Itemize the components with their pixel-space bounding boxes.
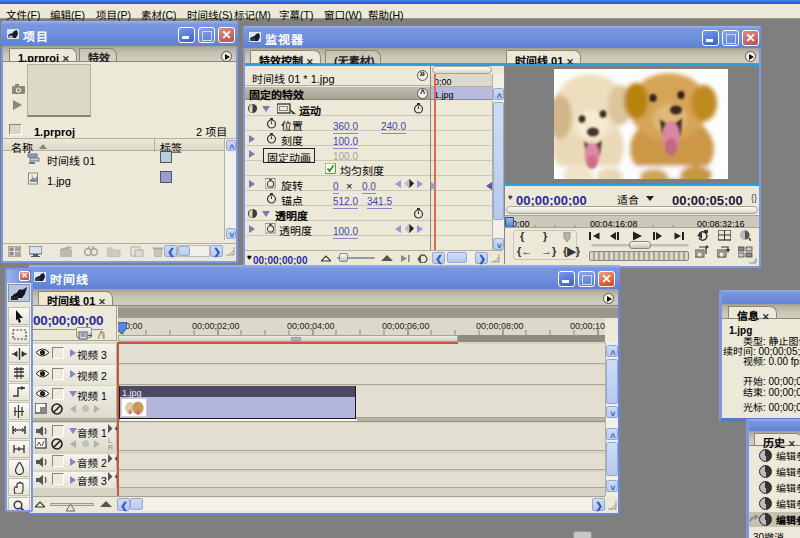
svg-text:xls: xls [8, 35, 13, 39]
